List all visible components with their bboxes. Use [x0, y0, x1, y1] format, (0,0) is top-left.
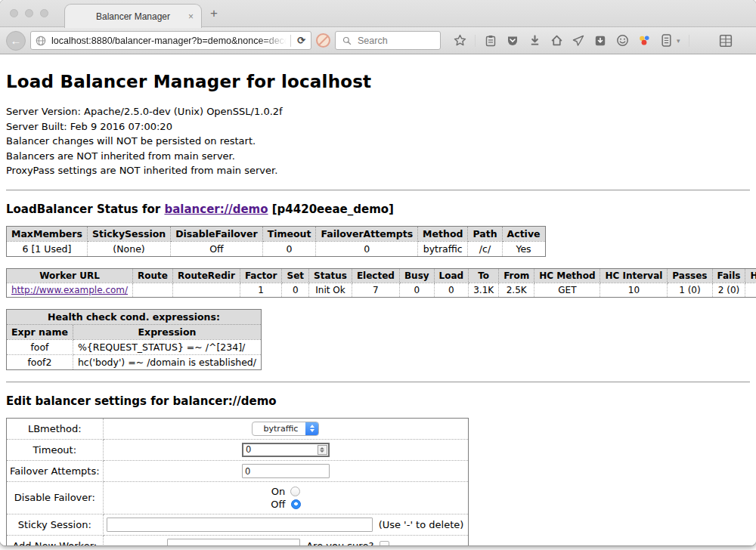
- search-icon: [340, 34, 354, 48]
- cell-route: [133, 283, 173, 297]
- col-to: To: [469, 268, 499, 283]
- number-spinner-icon[interactable]: [318, 445, 327, 455]
- failover-attempts-label: Failover Attempts:: [7, 460, 104, 481]
- feedback-smiley-icon[interactable]: [615, 34, 629, 48]
- pocket-icon[interactable]: [506, 34, 519, 48]
- tab-groups-grid-icon[interactable]: [719, 34, 733, 48]
- col-timeout: Timeout: [262, 226, 316, 241]
- col-fails: Fails: [712, 268, 745, 283]
- content-blocked-icon[interactable]: [316, 33, 330, 48]
- cell-from: 2.5K: [499, 283, 534, 297]
- reload-icon[interactable]: ⟳: [295, 35, 308, 46]
- clipboard-panel-icon[interactable]: [659, 34, 673, 48]
- timeout-input[interactable]: 0: [242, 443, 330, 457]
- balancer-demo-link[interactable]: balancer://demo: [164, 202, 268, 216]
- col-hc-method: HC Method: [534, 268, 600, 283]
- failover-attempts-input[interactable]: 0: [242, 464, 330, 478]
- inherit-note-line: Balancers are NOT inherited from main se…: [6, 149, 750, 164]
- back-button[interactable]: ←: [6, 31, 26, 51]
- table-header-row: MaxMembers StickySession DisableFailover…: [7, 226, 546, 241]
- zoom-window-button[interactable]: [40, 9, 48, 17]
- lbmethod-label: LBmethod:: [7, 418, 104, 439]
- col-set: Set: [282, 268, 309, 283]
- col-worker-url: Worker URL: [7, 268, 133, 283]
- cell-fails: 2 (0): [712, 283, 745, 297]
- navigation-toolbar: ← localhost:8880/balancer-manager?b=demo…: [0, 27, 756, 54]
- cell-hc-uri: [745, 283, 756, 297]
- add-worker-input[interactable]: [167, 539, 300, 546]
- toolbar-divider: [475, 35, 476, 47]
- cell-passes: 1 (0): [668, 283, 712, 297]
- lbmethod-row: LBmethod: bytraffic: [7, 418, 469, 439]
- failover-attempts-row: Failover Attempts: 0: [7, 460, 469, 481]
- status-heading-prefix: LoadBalancer Status for: [6, 202, 164, 216]
- cell-active: Yes: [502, 241, 545, 256]
- sticky-session-input[interactable]: [107, 518, 373, 532]
- proxypass-note-line: ProxyPass settings are NOT inherited fro…: [6, 163, 750, 178]
- lbmethod-selected-value: bytraffic: [253, 424, 305, 434]
- lbmethod-select[interactable]: bytraffic: [252, 422, 319, 436]
- disable-failover-label: Disable Failover:: [7, 481, 104, 514]
- cell-routeredir: [172, 283, 240, 297]
- radio-off[interactable]: [291, 499, 301, 509]
- tab-close-icon[interactable]: ×: [188, 11, 194, 22]
- save-to-device-icon[interactable]: [593, 34, 607, 48]
- cell-factor: 1: [240, 283, 282, 297]
- url-text[interactable]: localhost:8880/balancer-manager?b=demo&n…: [51, 36, 287, 46]
- col-active: Active: [502, 226, 545, 241]
- new-tab-button[interactable]: +: [210, 6, 218, 21]
- reading-list-icon[interactable]: [484, 34, 497, 48]
- radio-off-label: Off: [271, 499, 285, 510]
- cell-timeout: 0: [262, 241, 316, 256]
- cell-hc-interval: 10: [600, 283, 668, 297]
- divider: [6, 382, 750, 383]
- extension-colored-dots-icon[interactable]: [637, 34, 651, 48]
- cell-expr-name: foof2: [7, 354, 73, 369]
- col-method: Method: [418, 226, 468, 241]
- downloads-icon[interactable]: [528, 34, 541, 48]
- sticky-session-row: Sticky Session: (Use '-' to delete): [7, 514, 469, 535]
- expr-row: foof %{REQUEST_STATUS} =~ /^[234]/: [7, 339, 262, 354]
- are-you-sure-checkbox[interactable]: [380, 541, 389, 546]
- col-status: Status: [309, 268, 352, 283]
- cell-failoverattempts: 0: [316, 241, 418, 256]
- timeout-label: Timeout:: [7, 439, 104, 460]
- home-icon[interactable]: [550, 34, 563, 48]
- cell-path: /c/: [468, 241, 502, 256]
- cell-load: 0: [434, 283, 469, 297]
- col-expression: Expression: [73, 324, 261, 339]
- edit-balancer-form: LBmethod: bytraffic Timeout: 0: [6, 418, 469, 546]
- cell-expr-name: foof: [7, 339, 73, 354]
- col-busy: Busy: [399, 268, 434, 283]
- col-from: From: [499, 268, 534, 283]
- url-bar[interactable]: localhost:8880/balancer-manager?b=demo&n…: [30, 31, 311, 50]
- status-heading-suffix: [p4420eeae_demo]: [268, 202, 394, 216]
- search-bar[interactable]: Search: [335, 31, 441, 50]
- col-passes: Passes: [668, 268, 712, 283]
- tab-bar: Balancer Manager × +: [0, 0, 756, 27]
- table-title-row: Health check cond. expressions:: [7, 309, 262, 324]
- close-window-button[interactable]: [10, 9, 18, 17]
- radio-on[interactable]: [290, 487, 300, 496]
- chevron-down-icon[interactable]: ▾: [677, 37, 680, 45]
- table-row: 6 [1 Used] (None) Off 0 0 bytraffic /c/ …: [7, 241, 546, 256]
- send-plane-icon[interactable]: [572, 34, 585, 48]
- urlbar-divider: [290, 35, 291, 47]
- col-route: Route: [133, 268, 173, 283]
- bookmark-star-icon[interactable]: [453, 34, 466, 48]
- col-elected: Elected: [352, 268, 399, 283]
- tab-balancer-manager[interactable]: Balancer Manager ×: [64, 4, 202, 28]
- col-maxmembers: MaxMembers: [7, 226, 88, 241]
- tab-title: Balancer Manager: [96, 11, 170, 22]
- cell-busy: 0: [399, 283, 434, 297]
- cell-expression: %{REQUEST_STATUS} =~ /^[234]/: [73, 339, 261, 354]
- balancer-status-table: MaxMembers StickySession DisableFailover…: [6, 226, 546, 257]
- cell-elected: 7: [352, 283, 399, 297]
- window-controls[interactable]: [10, 9, 48, 17]
- col-hc-uri: HC uri: [745, 268, 756, 283]
- health-check-title: Health check cond. expressions:: [7, 309, 262, 324]
- menu-hamburger-icon[interactable]: [698, 34, 711, 48]
- worker-url-link[interactable]: http://www.example.com/: [11, 285, 128, 295]
- col-stickysession: StickySession: [87, 226, 170, 241]
- minimize-window-button[interactable]: [25, 9, 33, 17]
